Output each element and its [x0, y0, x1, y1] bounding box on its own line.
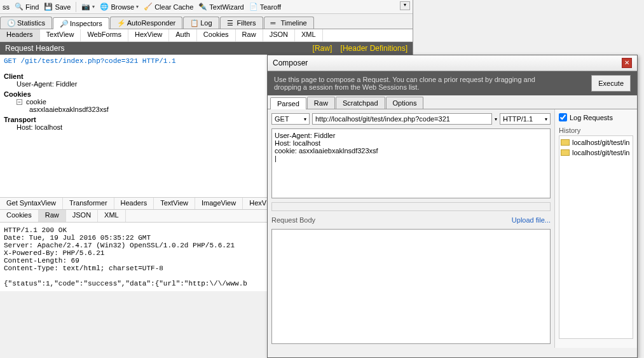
raw-link[interactable]: [Raw]	[313, 44, 332, 53]
clearcache-icon: 🧹	[144, 3, 153, 11]
method-select[interactable]: GET ▾	[271, 113, 310, 125]
request-subtabs: Headers TextView WebForms HexView Auth C…	[0, 29, 413, 42]
history-icon	[561, 149, 570, 156]
subtab-auth[interactable]: Auth	[169, 29, 197, 41]
composer-window: Composer ✕ Use this page to compose a Re…	[267, 55, 638, 358]
history-icon	[561, 139, 570, 146]
tab-label: AutoResponder	[127, 19, 175, 27]
close-button[interactable]: ✕	[622, 58, 632, 68]
log-icon: 📋	[190, 19, 198, 27]
subtab-json[interactable]: JSON	[263, 29, 295, 41]
protocol-select[interactable]: HTTP/1.1 ▾	[500, 113, 551, 125]
subtab-webforms[interactable]: WebForms	[81, 29, 128, 41]
inspectors-icon: 🔎	[60, 20, 67, 27]
log-requests-input[interactable]	[559, 113, 567, 121]
tab-label: Statistics	[17, 19, 45, 27]
chevron-down-icon: ▾	[92, 4, 95, 10]
tearoff-button[interactable]: 📄 Tearoff	[249, 3, 281, 11]
composer-tab-scratchpad[interactable]: Scratchpad	[336, 97, 385, 109]
subtab-headers[interactable]: Headers	[0, 29, 40, 41]
tab-label: Timeline	[281, 19, 307, 27]
ss-button[interactable]: ss	[3, 3, 10, 11]
tab-label: Inspectors	[70, 20, 102, 27]
request-body-label: Request Body	[271, 216, 315, 224]
composer-request-line: GET ▾ ▾ HTTP/1.1 ▾	[271, 113, 551, 125]
composer-tab-raw[interactable]: Raw	[307, 97, 335, 109]
composer-tab-options[interactable]: Options	[386, 97, 424, 109]
composer-banner: Use this page to compose a Request. You …	[268, 71, 637, 95]
request-body-textarea[interactable]	[271, 229, 551, 344]
tab-log[interactable]: 📋 Log	[183, 17, 219, 29]
autoresponder-icon: ⚡	[117, 19, 125, 27]
camera-icon: 📷	[81, 3, 90, 11]
header-definitions-link[interactable]: [Header Definitions]	[341, 44, 408, 53]
browse-label: Browse	[111, 3, 134, 11]
subtab-resp-cookies[interactable]: Cookies	[0, 210, 39, 222]
tree-cookie-label: cookie	[26, 98, 46, 106]
headers-textarea[interactable]: User-Agent: Fiddler Host: localhost cook…	[271, 128, 551, 198]
subtab-xml[interactable]: XML	[295, 29, 323, 41]
horizontal-scrollbar[interactable]	[271, 202, 551, 211]
request-headers-bar: Request Headers [Raw] [Header Definition…	[0, 42, 413, 55]
chevron-down-icon: ▾	[545, 116, 547, 122]
tearoff-label: Tearoff	[260, 3, 281, 11]
chevron-down-icon: ▾	[136, 4, 139, 10]
statistics-icon: 🕒	[7, 19, 15, 27]
save-button[interactable]: 💾 Save	[44, 3, 71, 11]
save-label: Save	[55, 3, 71, 11]
subtab-raw[interactable]: Raw	[236, 29, 263, 41]
timeline-icon: ═	[271, 19, 278, 27]
camera-button[interactable]: 📷 ▾	[81, 3, 95, 11]
toolbar-overflow-button[interactable]: ▾	[400, 1, 410, 10]
history-item[interactable]: localhost/git/test/in	[561, 137, 631, 148]
find-label: Find	[25, 3, 39, 11]
textwizard-label: TextWizard	[209, 3, 243, 11]
composer-tab-parsed[interactable]: Parsed	[270, 97, 306, 109]
textwizard-button[interactable]: ✒️ TextWizard	[198, 3, 243, 11]
main-toolbar: ss 🔍 Find 💾 Save 📷 ▾ 🌐 Browse ▾ 🧹 Cle	[0, 0, 413, 14]
composer-title-label: Composer	[273, 59, 308, 67]
subtab-imageview[interactable]: ImageView	[195, 198, 243, 209]
tab-label: Filters	[237, 19, 256, 27]
tab-timeline[interactable]: ═ Timeline	[264, 17, 314, 29]
subtab-hexview[interactable]: HexView	[128, 29, 169, 41]
textwizard-icon: ✒️	[198, 3, 207, 11]
inspector-tabs: 🕒 Statistics 🔎 Inspectors ⚡ AutoResponde…	[0, 14, 413, 29]
tab-autoresponder[interactable]: ⚡ AutoResponder	[110, 17, 182, 29]
log-requests-label: Log Requests	[570, 114, 613, 121]
subtab-textview[interactable]: TextView	[40, 29, 81, 41]
subtab-resp-xml[interactable]: XML	[98, 210, 126, 222]
subtab-resp-raw[interactable]: Raw	[39, 210, 66, 222]
filters-icon: ☰	[227, 19, 235, 27]
find-button[interactable]: 🔍 Find	[15, 3, 39, 11]
tab-statistics[interactable]: 🕒 Statistics	[0, 17, 52, 29]
subtab-cookies[interactable]: Cookies	[197, 29, 236, 41]
subtab-getsyntaxview[interactable]: Get SyntaxView	[0, 198, 63, 209]
subtab-resp-textview[interactable]: TextView	[154, 198, 195, 209]
tab-inspectors[interactable]: 🔎 Inspectors	[53, 17, 109, 29]
tearoff-icon: 📄	[249, 3, 258, 11]
find-icon: 🔍	[15, 3, 24, 11]
url-input[interactable]	[312, 113, 492, 125]
upload-file-link[interactable]: Upload file...	[512, 216, 551, 224]
execute-button[interactable]: Execute	[591, 75, 631, 92]
subtab-resp-json[interactable]: JSON	[66, 210, 98, 222]
chevron-down-icon: ▾	[304, 116, 306, 122]
composer-titlebar: Composer ✕	[268, 55, 637, 71]
subtab-transformer[interactable]: Transformer	[63, 198, 114, 209]
collapse-icon[interactable]: −	[17, 99, 22, 105]
history-item[interactable]: localhost/git/test/in	[561, 148, 631, 158]
save-icon: 💾	[44, 3, 53, 11]
composer-tabs: Parsed Raw Scratchpad Options	[268, 95, 637, 109]
subtab-resp-headers[interactable]: Headers	[114, 198, 154, 209]
tab-filters[interactable]: ☰ Filters	[220, 17, 263, 29]
clearcache-button[interactable]: 🧹 Clear Cache	[144, 3, 193, 11]
browse-button[interactable]: 🌐 Browse ▾	[100, 3, 139, 11]
history-item-label: localhost/git/test/in	[572, 149, 630, 156]
composer-banner-text: Use this page to compose a Request. You …	[274, 76, 541, 91]
method-value: GET	[275, 115, 289, 123]
log-requests-checkbox[interactable]: Log Requests	[559, 113, 633, 121]
section-title: Request Headers	[5, 44, 64, 53]
chevron-down-icon[interactable]: ▾	[495, 116, 497, 122]
protocol-value: HTTP/1.1	[503, 115, 533, 123]
